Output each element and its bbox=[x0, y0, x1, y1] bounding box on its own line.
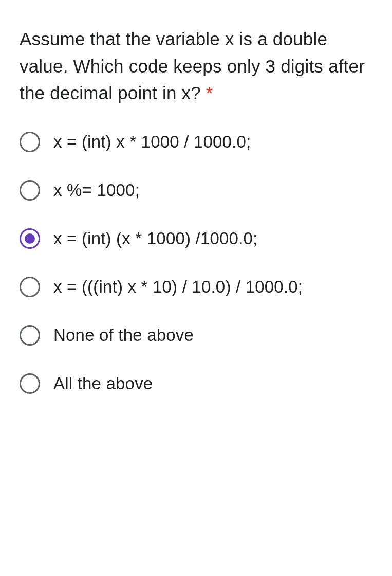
option-6[interactable]: All the above bbox=[20, 373, 372, 394]
radio-icon bbox=[20, 277, 40, 297]
radio-icon bbox=[20, 373, 40, 394]
radio-inner-icon bbox=[25, 233, 35, 244]
question-body: Assume that the variable x is a double v… bbox=[20, 29, 365, 103]
option-label: None of the above bbox=[53, 326, 194, 345]
option-1[interactable]: x = (int) x * 1000 / 1000.0; bbox=[20, 132, 372, 152]
question-text: Assume that the variable x is a double v… bbox=[20, 26, 372, 107]
option-label: All the above bbox=[53, 374, 153, 393]
options-container: x = (int) x * 1000 / 1000.0; x %= 1000; … bbox=[20, 132, 372, 394]
option-label: x = (((int) x * 10) / 10.0) / 1000.0; bbox=[53, 277, 303, 297]
option-label: x = (int) (x * 1000) /1000.0; bbox=[53, 229, 257, 248]
option-label: x %= 1000; bbox=[53, 181, 140, 200]
option-4[interactable]: x = (((int) x * 10) / 10.0) / 1000.0; bbox=[20, 277, 372, 297]
radio-icon bbox=[20, 180, 40, 201]
required-asterisk: * bbox=[206, 83, 213, 103]
radio-icon bbox=[20, 132, 40, 152]
option-2[interactable]: x %= 1000; bbox=[20, 180, 372, 201]
option-label: x = (int) x * 1000 / 1000.0; bbox=[53, 132, 251, 152]
radio-icon bbox=[20, 228, 40, 249]
radio-icon bbox=[20, 325, 40, 346]
option-5[interactable]: None of the above bbox=[20, 325, 372, 346]
option-3[interactable]: x = (int) (x * 1000) /1000.0; bbox=[20, 228, 372, 249]
